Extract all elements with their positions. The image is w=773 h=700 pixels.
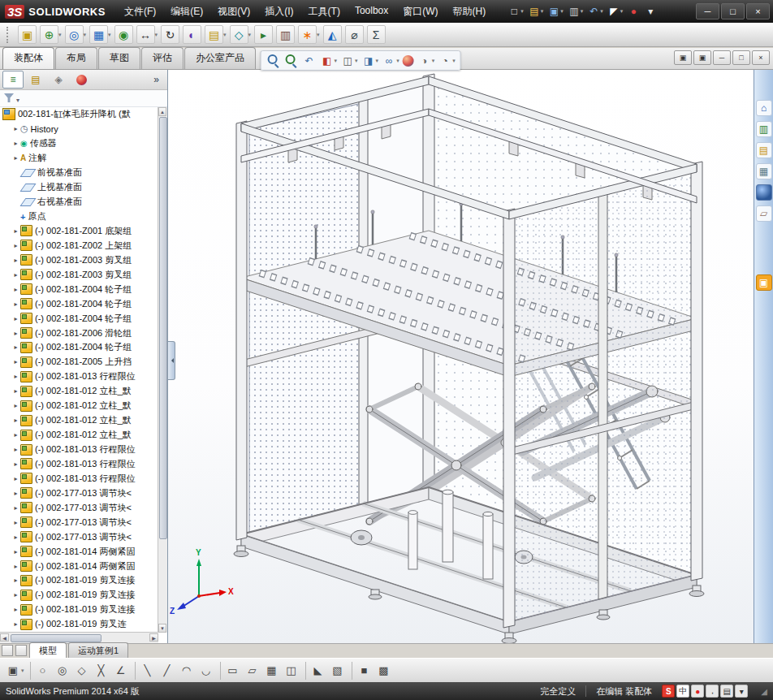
ime-mode-icon[interactable]: 中 bbox=[676, 685, 689, 698]
headsup-button[interactable]: ↶ bbox=[300, 54, 318, 68]
forum-icon[interactable]: ▣ bbox=[756, 274, 772, 291]
sketch-toolbar-button[interactable]: ╲ bbox=[135, 662, 157, 680]
tree-item[interactable]: ▸ (-) 002-181-012 立柱_默 bbox=[0, 399, 158, 413]
menu-item[interactable]: 文件(F) bbox=[117, 1, 163, 23]
headsup-button[interactable]: ◑ bbox=[416, 54, 437, 68]
tree-item[interactable]: ▸ (-) 002-181-Z003 剪叉组 bbox=[0, 267, 158, 282]
tree-expander[interactable]: ▸ bbox=[11, 534, 20, 541]
tree-item[interactable]: 上视基准面 bbox=[0, 180, 158, 195]
tree-expander[interactable]: ▸ bbox=[11, 563, 20, 570]
tree-expander[interactable]: ▸ bbox=[11, 140, 20, 147]
tree-item[interactable]: ▸ (-) 002-181-Z003 剪叉组 bbox=[0, 253, 158, 267]
toolbar-button[interactable]: ◉ bbox=[114, 24, 134, 45]
tree-expander[interactable]: ▸ bbox=[11, 271, 20, 279]
toolbar-button[interactable]: ◐ bbox=[182, 24, 202, 45]
resize-grip-icon[interactable] bbox=[761, 687, 767, 696]
dropdown-caret-icon[interactable] bbox=[58, 32, 62, 38]
scroll-right-icon[interactable] bbox=[149, 633, 158, 642]
tree-item[interactable]: ▸ ◷ History bbox=[0, 122, 158, 136]
dropdown-caret-icon[interactable] bbox=[600, 8, 603, 15]
quick-access-button[interactable]: ▣ bbox=[546, 4, 565, 19]
sketch-toolbar-button[interactable]: ▣ bbox=[4, 662, 25, 680]
sketch-toolbar-button[interactable]: ╳ bbox=[93, 662, 110, 680]
tree-item[interactable]: ▸ (-) 002-181-014 两侧紧固 bbox=[0, 559, 158, 573]
tree-expander[interactable]: ▸ bbox=[11, 315, 20, 322]
dropdown-caret-icon[interactable] bbox=[317, 32, 320, 38]
command-tab[interactable]: 装配体 bbox=[2, 47, 54, 69]
tree-item[interactable]: ▸ (-) 002-181-Z004 轮子组 bbox=[0, 282, 158, 296]
quick-access-button[interactable]: □ bbox=[506, 4, 525, 19]
menu-item[interactable]: 编辑(E) bbox=[163, 1, 210, 23]
tree-item[interactable]: ▸ (-) 002-181-013 行程限位 bbox=[0, 457, 158, 472]
scroll-left-icon[interactable] bbox=[0, 633, 9, 642]
tree-item[interactable]: ▸ (-) 002-181-019 剪叉连接 bbox=[0, 603, 158, 617]
sketch-toolbar-button[interactable]: ◇ bbox=[73, 662, 91, 680]
toolbar-button[interactable]: ▸ bbox=[253, 24, 274, 45]
dropdown-caret-icon[interactable] bbox=[376, 58, 379, 64]
tree-item[interactable]: ▸ (-) 002-181-Z001 底架组 bbox=[0, 224, 158, 239]
tree-expander[interactable]: ▸ bbox=[11, 490, 20, 497]
tree-expander[interactable]: ▸ bbox=[11, 358, 20, 365]
tree-item[interactable]: ▸ (-) 002-181-012 立柱_默 bbox=[0, 384, 158, 399]
doc-previous-window-icon[interactable]: ▣ bbox=[674, 50, 692, 65]
tree-expander[interactable]: ▸ bbox=[11, 417, 20, 424]
filter-icon[interactable] bbox=[4, 93, 14, 103]
tree-expander[interactable]: ▸ bbox=[11, 300, 20, 308]
dropdown-caret-icon[interactable] bbox=[432, 58, 435, 64]
dropdown-caret-icon[interactable] bbox=[223, 32, 227, 38]
dropdown-caret-icon[interactable] bbox=[452, 58, 456, 64]
tree-expander[interactable]: ▸ bbox=[11, 330, 20, 337]
sketch-toolbar-button[interactable]: ▱ bbox=[244, 662, 261, 680]
toolbar-button[interactable]: ↻ bbox=[160, 24, 180, 45]
tree-item[interactable]: ▸ (-) 002-181-012 立柱_默 bbox=[0, 428, 158, 443]
dropdown-caret-icon[interactable] bbox=[520, 8, 524, 15]
menu-item[interactable]: 帮助(H) bbox=[446, 1, 494, 23]
toolbar-button[interactable]: ⌀ bbox=[344, 24, 365, 45]
dropdown-caret-icon[interactable] bbox=[396, 58, 399, 64]
command-tab[interactable]: 办公室产品 bbox=[184, 47, 256, 69]
toolbar-button[interactable]: ▥ bbox=[275, 24, 296, 45]
menu-item[interactable]: 工具(T) bbox=[301, 1, 348, 23]
custom-properties-icon[interactable]: ▱ bbox=[756, 205, 772, 222]
tree-expander[interactable]: ▸ bbox=[11, 620, 20, 628]
tree-item[interactable]: ▸ (-) 002-181-Z005 上升挡 bbox=[0, 355, 158, 369]
tree-root-item[interactable]: 002-181-缸体毛胚升降机 (默 bbox=[0, 107, 158, 122]
tree-item[interactable]: ▸ (-) 002-181-019 剪叉连接 bbox=[0, 573, 158, 588]
sketch-toolbar-button[interactable]: ∠ bbox=[112, 662, 130, 680]
command-tab[interactable]: 布局 bbox=[55, 47, 97, 69]
dropdown-caret-icon[interactable] bbox=[108, 32, 111, 38]
quick-access-button[interactable]: ▤ bbox=[526, 4, 546, 19]
menu-item[interactable]: 视图(V) bbox=[210, 1, 257, 23]
toolbar-button[interactable]: ▤ bbox=[204, 24, 227, 45]
sketch-toolbar-button[interactable]: ▦ bbox=[263, 662, 281, 680]
sketch-toolbar-button[interactable]: ◣ bbox=[305, 662, 327, 680]
tree-expander[interactable]: ▸ bbox=[11, 242, 20, 249]
dropdown-caret-icon[interactable] bbox=[620, 8, 624, 15]
tree-item[interactable]: ▸ (-) 002-181-019 剪叉连接 bbox=[0, 588, 158, 603]
dropdown-caret-icon[interactable] bbox=[248, 32, 252, 38]
toolbar-button[interactable]: ↔ bbox=[136, 24, 159, 45]
toolbar-button[interactable]: ⊕ bbox=[39, 24, 63, 45]
tree-item[interactable]: ▸ (-) 002-177-013 调节块< bbox=[0, 500, 158, 515]
tree-item[interactable]: ▸ (-) 002-181-Z004 轮子组 bbox=[0, 311, 158, 326]
tree-item[interactable]: 右视基准面 bbox=[0, 195, 158, 210]
tree-expander[interactable]: ▸ bbox=[11, 154, 20, 162]
tree-expander[interactable]: ▸ bbox=[11, 286, 20, 293]
sketch-toolbar-button[interactable]: ▭ bbox=[220, 662, 242, 680]
panel-tab[interactable]: ▤ bbox=[25, 71, 46, 89]
tree-expander[interactable]: ▸ bbox=[11, 446, 20, 453]
tree-item[interactable]: ▸ (-) 002-181-019 剪叉连 bbox=[0, 617, 158, 632]
tree-item[interactable]: ▸ (-) 002-181-012 立柱_默 bbox=[0, 413, 158, 428]
assembly-3d-view[interactable]: Y X Z bbox=[168, 70, 754, 643]
tree-expander[interactable]: ▸ bbox=[11, 431, 20, 439]
dropdown-caret-icon[interactable] bbox=[355, 58, 358, 64]
headsup-button[interactable] bbox=[283, 54, 300, 68]
tree-item[interactable]: 前视基准面 bbox=[0, 166, 158, 180]
menu-item[interactable]: Toolbox bbox=[348, 1, 395, 23]
sketch-toolbar-button[interactable]: ○ bbox=[30, 662, 52, 680]
doc-restore-icon[interactable]: □ bbox=[732, 50, 750, 65]
appearances-icon[interactable] bbox=[756, 184, 772, 201]
headsup-button[interactable]: ◔ bbox=[436, 54, 457, 68]
panel-collapse-handle[interactable] bbox=[168, 341, 175, 380]
tree-expander[interactable]: ▸ bbox=[11, 227, 20, 235]
